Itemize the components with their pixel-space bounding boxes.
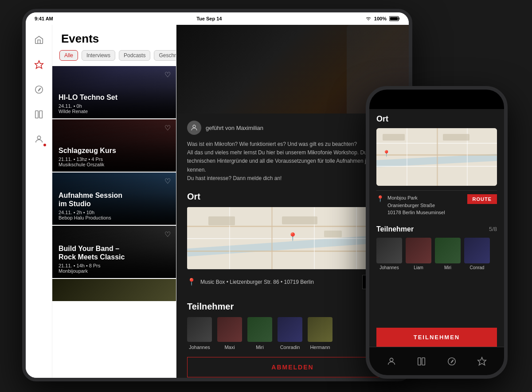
tablet-screen: 9:41 AM Tue Sep 14 100% bbox=[26, 12, 409, 378]
svg-rect-5 bbox=[35, 111, 38, 118]
phone-avatar-2 bbox=[406, 238, 431, 263]
home-icon bbox=[34, 35, 44, 45]
library-icon bbox=[34, 110, 44, 119]
phone-nav-library[interactable] bbox=[415, 354, 429, 368]
favorite-icon-4[interactable]: ♡ bbox=[164, 230, 171, 239]
phone-profile-icon bbox=[387, 357, 396, 366]
tablet-date: Tue Sep 14 bbox=[196, 16, 222, 21]
teilnehmer-item-3: Miri bbox=[247, 317, 272, 350]
notification-dot bbox=[43, 144, 46, 146]
avatar-johannes bbox=[187, 317, 212, 342]
phone-bottom-nav bbox=[369, 347, 504, 375]
event-meta-1: 24.11. • 0hWilde Renate bbox=[59, 103, 170, 114]
phone-avatar-name-2: Liam bbox=[414, 265, 423, 270]
phone-ort-title: Ort bbox=[376, 114, 497, 124]
sidebar-item-library[interactable] bbox=[33, 108, 45, 121]
event-title-1: HI-LO Techno Set bbox=[59, 93, 170, 102]
svg-point-8 bbox=[193, 125, 196, 128]
avatar-miri bbox=[247, 317, 272, 342]
svg-rect-2 bbox=[390, 17, 398, 20]
event-card-1[interactable]: HI-LO Techno Set 24.11. • 0hWilde Renate… bbox=[52, 66, 176, 118]
phone-avatars: Johannes Liam Miri bbox=[376, 238, 497, 270]
profile-icon bbox=[34, 134, 44, 144]
favorite-icon-3[interactable]: ♡ bbox=[164, 177, 171, 185]
tablet-body: Events Alle Interviews Podcasts Geschrie… bbox=[26, 25, 409, 378]
svg-point-9 bbox=[390, 358, 393, 361]
sidebar-item-home[interactable] bbox=[33, 34, 45, 46]
teilnehmer-item-4: Conradin bbox=[278, 317, 302, 350]
sidebar-item-profile[interactable] bbox=[33, 133, 45, 145]
compass-icon bbox=[34, 85, 44, 94]
svg-rect-6 bbox=[39, 111, 42, 118]
event-card-2[interactable]: Schlagzeug Kurs 21.11. • 13hz • 4 PrsMus… bbox=[52, 119, 176, 172]
phone-teilnehmer-title: Teilnehmer bbox=[376, 225, 414, 233]
teilnehmer-name-5: Hermann bbox=[310, 345, 330, 350]
phone-avatar-item-4: Conrad bbox=[464, 238, 490, 270]
phone-nav-route[interactable] bbox=[445, 354, 459, 368]
phone-avatar-name-1: Johannes bbox=[379, 265, 399, 270]
filter-geschriet[interactable]: Geschriet bbox=[154, 50, 176, 61]
filter-podcasts[interactable]: Podcasts bbox=[119, 50, 150, 61]
teilnehmer-name-2: Maxi bbox=[224, 345, 235, 350]
avatar-conradin bbox=[278, 317, 302, 342]
phone-screen: Ort 📍 📍 bbox=[369, 90, 504, 375]
filter-interviews[interactable]: Interviews bbox=[82, 50, 115, 61]
favorite-icon-1[interactable]: ♡ bbox=[164, 71, 171, 79]
phone-nav-profile[interactable] bbox=[384, 354, 399, 368]
svg-rect-1 bbox=[399, 18, 399, 20]
svg-point-7 bbox=[37, 136, 40, 139]
filter-tabs: Alle Interviews Podcasts Geschriet bbox=[52, 50, 176, 66]
phone-teilnehmer-count: 5/8 bbox=[489, 226, 497, 232]
event-title-2: Schlagzeug Kurs bbox=[59, 146, 170, 155]
event-meta-2: 21.11. • 13hz • 4 PrsMusikschule Orszali… bbox=[59, 157, 170, 167]
phone-frame: Ort 📍 📍 bbox=[366, 86, 508, 379]
teilnehmer-name-1: Johannes bbox=[189, 345, 210, 350]
phone-content: Ort 📍 📍 bbox=[369, 109, 504, 347]
avatar-maxi bbox=[217, 317, 242, 342]
event-card-4[interactable]: Build Your Band –Rock Meets Classic 21.1… bbox=[52, 226, 176, 278]
tablet-frame: 9:41 AM Tue Sep 14 100% bbox=[22, 9, 412, 381]
battery-icon bbox=[389, 16, 400, 21]
event-meta-3: 24.11. • 2h • 10hBebop Halu Productions bbox=[59, 210, 170, 220]
phone-avatar-item-1: Johannes bbox=[376, 238, 402, 270]
filter-alle[interactable]: Alle bbox=[59, 50, 78, 61]
phone-teilnehmen-button[interactable]: TEILNEHMEN bbox=[376, 328, 497, 347]
tablet-status-bar: 9:41 AM Tue Sep 14 100% bbox=[26, 12, 409, 25]
sidebar-item-route[interactable] bbox=[33, 83, 45, 96]
svg-rect-11 bbox=[422, 357, 425, 365]
phone-teilnehmer-header: Teilnehmer 5/8 bbox=[376, 225, 497, 233]
phone-library-icon bbox=[417, 357, 426, 366]
event-meta-4: 21.11. • 14h • 8 PrsMonbijoupark bbox=[59, 263, 170, 274]
wifi-icon bbox=[365, 16, 372, 21]
person-icon bbox=[190, 124, 198, 132]
phone-map[interactable]: 📍 bbox=[376, 128, 497, 186]
leader-name: geführt von Maximilian bbox=[206, 125, 263, 131]
phone-location-city: 10178 Berlin Museuminsel bbox=[387, 210, 445, 215]
teilnehmer-name-3: Miri bbox=[256, 345, 264, 350]
sidebar-item-star[interactable] bbox=[33, 59, 45, 71]
phone-notch-bar bbox=[369, 90, 504, 109]
phone-location-street: Oranienburger Straße bbox=[387, 203, 435, 208]
events-panel: Events Alle Interviews Podcasts Geschrie… bbox=[52, 25, 176, 378]
star-icon bbox=[34, 60, 44, 70]
phone-location-pin-icon: 📍 bbox=[376, 195, 384, 202]
event-card-3[interactable]: Aufnahme Sessionim Studio 24.11. • 2h • … bbox=[52, 172, 176, 225]
phone-avatar-item-3: Miri bbox=[435, 238, 461, 270]
phone-location-name: Monbjou Park bbox=[387, 195, 418, 200]
phone-avatar-name-4: Conrad bbox=[470, 265, 485, 270]
favorite-icon-2[interactable]: ♡ bbox=[164, 124, 171, 132]
event-card-5[interactable] bbox=[52, 279, 176, 301]
phone-route-button[interactable]: ROUTE bbox=[467, 194, 497, 204]
svg-rect-10 bbox=[418, 357, 421, 365]
phone-location-text: Monbjou Park Oranienburger Straße 10178 … bbox=[387, 194, 464, 216]
phone-star-icon bbox=[477, 357, 487, 366]
phone-notch bbox=[412, 97, 461, 107]
tablet-time: 9:41 AM bbox=[35, 16, 53, 21]
events-list: HI-LO Techno Set 24.11. • 0hWilde Renate… bbox=[52, 66, 176, 378]
phone-avatar-name-3: Miri bbox=[444, 265, 451, 270]
phone-compass-icon bbox=[447, 357, 457, 366]
tablet-status-right: 100% bbox=[365, 16, 400, 21]
phone-location-row: 📍 Monbjou Park Oranienburger Straße 1017… bbox=[376, 190, 497, 220]
teilnehmer-name-4: Conradin bbox=[280, 345, 300, 350]
phone-nav-star[interactable] bbox=[475, 354, 489, 368]
